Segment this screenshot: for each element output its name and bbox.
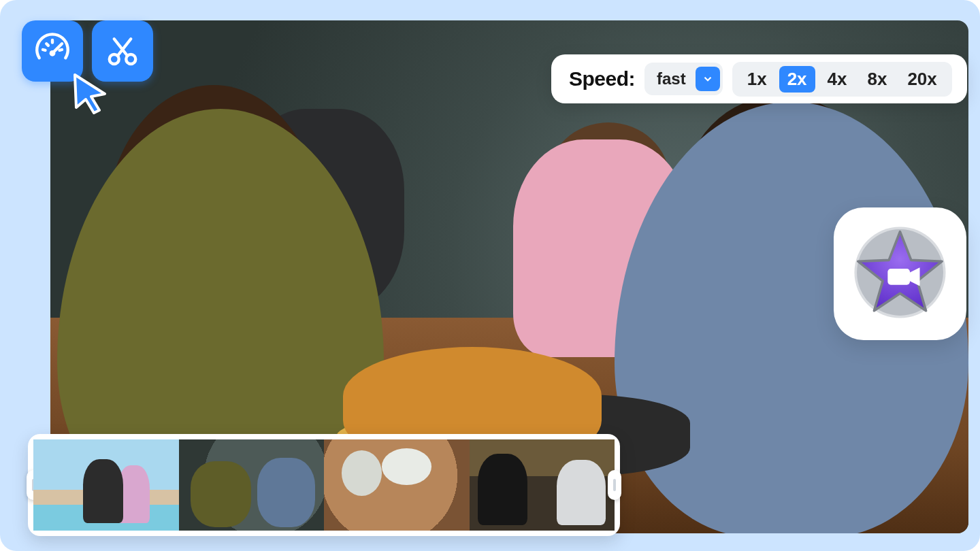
speed-option-20x[interactable]: 20x <box>899 66 945 93</box>
speed-option-1x[interactable]: 1x <box>739 66 775 93</box>
svg-rect-5 <box>887 269 910 285</box>
timeline-filmstrip[interactable] <box>28 434 620 536</box>
chevron-down-icon <box>696 67 720 91</box>
editor-canvas: Speed: fast 1x 2x 4x 8x 20x <box>0 0 980 551</box>
speedometer-icon <box>33 31 71 71</box>
speed-mode-value: fast <box>647 65 696 93</box>
speed-option-4x[interactable]: 4x <box>819 66 855 93</box>
speed-multiplier-group: 1x 2x 4x 8x 20x <box>732 62 952 97</box>
imovie-app-badge[interactable] <box>834 207 966 340</box>
speed-mode-select[interactable]: fast <box>644 63 723 95</box>
star-camera-icon <box>851 223 949 324</box>
scissors-icon <box>103 31 142 71</box>
clip-thumbnail[interactable] <box>324 439 470 531</box>
clip-thumbnail[interactable] <box>179 439 325 531</box>
clip-thumbnail[interactable] <box>33 439 179 531</box>
trim-handle-right[interactable] <box>608 470 621 500</box>
speed-option-8x[interactable]: 8x <box>859 66 895 93</box>
clip-thumbnail[interactable] <box>470 439 615 531</box>
speed-option-2x[interactable]: 2x <box>779 66 815 93</box>
cursor-icon <box>68 71 112 114</box>
speed-label: Speed: <box>569 67 635 90</box>
speed-control-bar: Speed: fast 1x 2x 4x 8x 20x <box>551 54 967 103</box>
